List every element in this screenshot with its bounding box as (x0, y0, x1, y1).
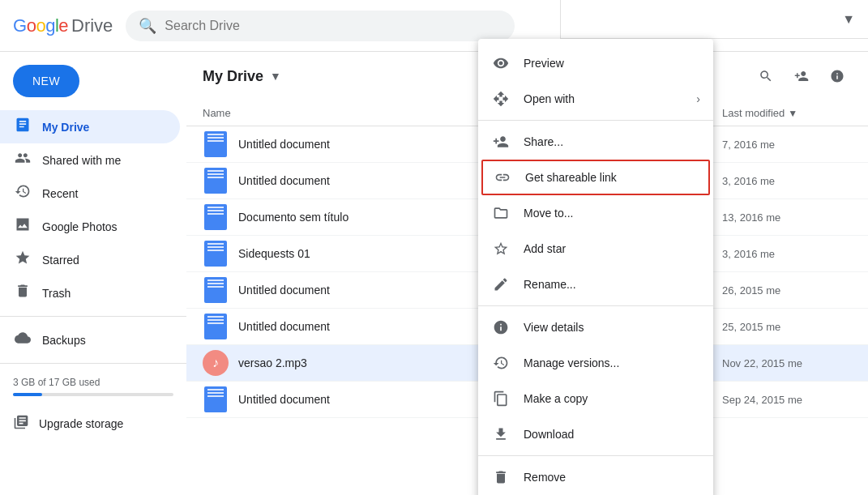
open-with-arrow-icon: › (696, 92, 700, 105)
menu-divider-3 (478, 455, 713, 456)
dropdown-arrow-icon: ▼ (842, 12, 855, 27)
menu-item-add-star[interactable]: Add star (478, 231, 713, 267)
menu-item-open-with-label: Open with (524, 92, 683, 105)
menu-item-remove-label: Remove (524, 471, 700, 484)
menu-item-view-details[interactable]: View details (478, 309, 713, 345)
menu-item-manage-versions[interactable]: Manage versions... (478, 345, 713, 381)
menu-item-share-label: Share... (524, 135, 700, 148)
context-menu-overlay: ▼ Preview Open with › Share... (0, 0, 868, 495)
star-icon (491, 239, 511, 258)
link-icon (493, 168, 512, 187)
versions-icon (491, 353, 511, 373)
menu-item-download-label: Download (524, 428, 700, 441)
menu-item-preview-label: Preview (524, 57, 700, 70)
menu-item-preview[interactable]: Preview (478, 45, 713, 81)
context-menu: Preview Open with › Share... Get shareab… (478, 39, 713, 495)
menu-item-move-to[interactable]: Move to... (478, 195, 713, 231)
menu-item-rename[interactable]: Rename... (478, 267, 713, 302)
menu-item-get-link-label: Get shareable link (525, 171, 699, 184)
download-icon (491, 425, 511, 444)
share-icon (491, 132, 511, 151)
remove-icon (491, 467, 511, 487)
menu-item-get-shareable-link[interactable]: Get shareable link (481, 160, 710, 195)
menu-item-make-copy[interactable]: Make a copy (478, 381, 713, 416)
open-with-icon (491, 89, 511, 109)
preview-icon (491, 53, 511, 73)
menu-divider-2 (478, 305, 713, 306)
menu-item-share[interactable]: Share... (478, 124, 713, 160)
menu-item-open-with[interactable]: Open with › (478, 81, 713, 117)
menu-item-view-details-label: View details (524, 321, 700, 334)
menu-item-remove[interactable]: Remove (478, 459, 713, 495)
menu-item-rename-label: Rename... (524, 278, 700, 291)
move-to-icon (491, 203, 511, 223)
top-dropdown-bar: ▼ (560, 0, 868, 39)
menu-item-add-star-label: Add star (524, 242, 700, 255)
menu-item-make-copy-label: Make a copy (524, 392, 700, 405)
menu-item-manage-versions-label: Manage versions... (524, 356, 700, 369)
menu-divider-1 (478, 120, 713, 121)
rename-icon (491, 275, 511, 294)
copy-icon (491, 389, 511, 408)
menu-item-move-to-label: Move to... (524, 207, 700, 220)
menu-item-download[interactable]: Download (478, 416, 713, 452)
info-icon (491, 318, 511, 337)
